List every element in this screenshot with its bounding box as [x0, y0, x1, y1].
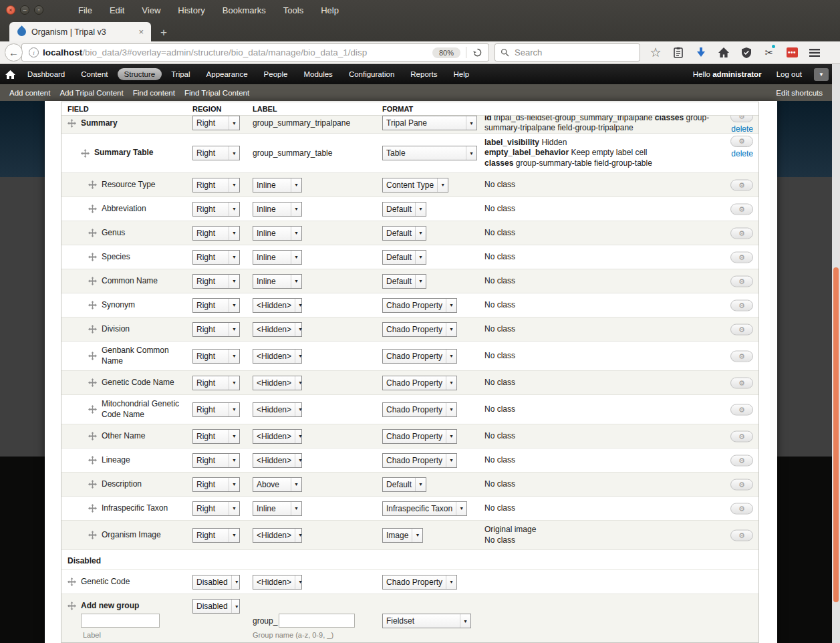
group-name-input[interactable] — [279, 614, 355, 628]
edit-shortcuts-link[interactable]: Edit shortcuts — [776, 89, 823, 97]
toolbar-item-structure[interactable]: Structure — [118, 68, 162, 80]
drag-handle-icon[interactable] — [88, 432, 97, 440]
search-input[interactable] — [513, 47, 640, 58]
site-info-icon[interactable]: i — [29, 47, 39, 57]
logout-link[interactable]: Log out — [777, 70, 802, 78]
label-select[interactable]: Above▼ — [253, 477, 302, 492]
label-select[interactable]: Inline▼ — [253, 274, 302, 289]
window-maximize-button[interactable]: ▫ — [34, 5, 43, 15]
toolbar-item-people[interactable]: People — [257, 68, 295, 80]
row-settings-button[interactable]: ⚙ — [730, 203, 753, 215]
format-select[interactable]: Default▼ — [382, 250, 426, 265]
format-select[interactable]: Default▼ — [382, 202, 426, 217]
format-select[interactable]: Infraspecific Taxon▼ — [382, 501, 467, 516]
row-settings-button[interactable]: ⚙ — [730, 324, 753, 335]
drag-handle-icon[interactable] — [88, 480, 97, 489]
format-select[interactable]: Chado Property▼ — [382, 453, 457, 468]
region-select[interactable]: Right▼ — [192, 250, 240, 265]
shortcut-add-content[interactable]: Add content — [9, 89, 50, 97]
region-select[interactable]: Right▼ — [192, 501, 240, 516]
zoom-level-badge[interactable]: 80% — [432, 47, 460, 58]
drag-handle-icon[interactable] — [88, 205, 97, 213]
url-text[interactable]: localhost/bio_data/3#overlay=admin/struc… — [43, 47, 427, 57]
menu-tools[interactable]: Tools — [283, 5, 303, 15]
row-settings-button[interactable]: ⚙ — [730, 479, 753, 490]
row-settings-button[interactable]: ⚙ — [730, 430, 753, 442]
region-select[interactable]: Right▼ — [192, 376, 240, 390]
drag-handle-icon[interactable] — [67, 577, 76, 586]
label-select[interactable]: <Hidden>▼ — [253, 376, 302, 390]
label-select[interactable]: Inline▼ — [253, 501, 302, 516]
label-select[interactable]: Inline▼ — [253, 250, 302, 265]
label-select[interactable]: Inline▼ — [253, 226, 302, 241]
drag-handle-icon[interactable] — [88, 253, 97, 261]
toolbar-item-modules[interactable]: Modules — [297, 68, 339, 80]
format-select[interactable]: Chado Property▼ — [382, 376, 457, 390]
drag-handle-icon[interactable] — [88, 277, 97, 285]
region-select[interactable]: Right▼ — [192, 298, 240, 313]
row-settings-button[interactable]: ⚙ — [730, 404, 753, 415]
delete-link[interactable]: delete — [731, 149, 753, 158]
label-select[interactable]: <Hidden>▼ — [253, 322, 302, 337]
drag-handle-icon[interactable] — [88, 229, 97, 237]
row-settings-button[interactable]: ⚙ — [730, 116, 753, 122]
home-icon[interactable] — [712, 43, 735, 62]
menu-view[interactable]: View — [142, 5, 160, 15]
region-select[interactable]: Right▼ — [192, 116, 240, 130]
row-settings-button[interactable]: ⚙ — [730, 455, 753, 466]
toolbar-item-content[interactable]: Content — [74, 68, 114, 80]
row-settings-button[interactable]: ⚙ — [730, 251, 753, 263]
region-select[interactable]: Right▼ — [192, 453, 240, 468]
format-select[interactable]: Tripal Pane▼ — [382, 116, 477, 130]
region-select[interactable]: Right▼ — [192, 274, 240, 289]
region-select[interactable]: Right▼ — [192, 322, 240, 337]
format-select[interactable]: Chado Property▼ — [382, 349, 457, 364]
page-scrollbar[interactable] — [832, 64, 840, 643]
drag-handle-icon[interactable] — [88, 180, 97, 189]
window-minimize-button[interactable]: – — [20, 5, 29, 15]
menu-help[interactable]: Help — [321, 5, 339, 15]
shortcut-find-content[interactable]: Find content — [133, 89, 175, 97]
drag-handle-icon[interactable] — [88, 456, 97, 465]
drag-handle-icon[interactable] — [67, 119, 76, 128]
label-select[interactable]: Inline▼ — [253, 202, 302, 217]
row-settings-button[interactable]: ⚙ — [730, 503, 753, 514]
drag-handle-icon[interactable] — [88, 378, 97, 387]
drag-handle-icon[interactable] — [88, 405, 97, 414]
format-select[interactable]: Default▼ — [382, 274, 426, 289]
drag-handle-icon[interactable] — [88, 531, 97, 539]
format-select[interactable]: Image▼ — [382, 528, 423, 543]
format-select[interactable]: Chado Property▼ — [382, 429, 457, 444]
row-settings-button[interactable]: ⚙ — [730, 179, 753, 190]
label-select[interactable]: <Hidden>▼ — [253, 453, 302, 468]
hamburger-menu-icon[interactable] — [803, 43, 826, 62]
back-button[interactable]: ← — [5, 43, 23, 61]
row-settings-button[interactable]: ⚙ — [730, 529, 753, 541]
drag-handle-icon[interactable] — [81, 149, 90, 158]
menu-file[interactable]: File — [78, 5, 92, 15]
format-select[interactable]: Fieldset▼ — [382, 614, 471, 628]
format-select[interactable]: Chado Property▼ — [382, 402, 457, 417]
row-settings-button[interactable]: ⚙ — [730, 136, 753, 147]
format-select[interactable]: Chado Property▼ — [382, 322, 457, 337]
shortcut-add-tripal-content[interactable]: Add Tripal Content — [59, 89, 123, 97]
label-select[interactable]: <Hidden>▼ — [253, 528, 302, 543]
tab-organism-tripal[interactable]: Organism | Tripal v3 × — [9, 22, 151, 41]
group-label-input[interactable] — [81, 614, 160, 628]
label-select[interactable]: <Hidden>▼ — [253, 349, 302, 364]
screenshot-tool-icon[interactable]: ✂ — [758, 43, 781, 62]
row-settings-button[interactable]: ⚙ — [730, 275, 753, 287]
label-select[interactable]: <Hidden>▼ — [253, 298, 302, 313]
region-select[interactable]: Right▼ — [192, 429, 240, 444]
toolbar-item-configuration[interactable]: Configuration — [342, 68, 401, 80]
bookmarks-panel-icon[interactable] — [667, 43, 690, 62]
row-settings-button[interactable]: ⚙ — [730, 299, 753, 311]
format-select[interactable]: Chado Property▼ — [382, 298, 457, 313]
drag-handle-icon[interactable] — [88, 325, 97, 334]
window-close-button[interactable]: × — [6, 5, 15, 15]
region-select[interactable]: Right▼ — [192, 178, 240, 192]
drag-handle-icon[interactable] — [88, 504, 97, 513]
reload-button[interactable] — [466, 47, 488, 57]
drag-handle-icon[interactable] — [88, 301, 97, 309]
tab-close-icon[interactable]: × — [136, 27, 146, 37]
